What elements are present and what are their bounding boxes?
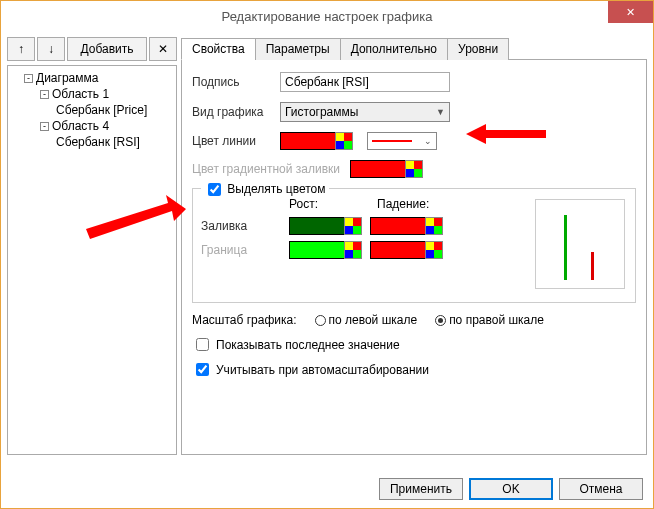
window-title: Редактирование настроек графика [222,9,433,24]
tab-content: Подпись Вид графика Гистограммы ▼ Цвет л… [181,60,647,455]
close-button[interactable]: ✕ [608,1,653,23]
color-picker-icon[interactable] [425,217,443,235]
color-picker-icon[interactable] [344,217,362,235]
tab-properties[interactable]: Свойства [181,38,256,60]
border-label: Граница [201,243,281,257]
move-down-button[interactable]: ↓ [37,37,65,61]
chart-type-combo[interactable]: Гистограммы ▼ [280,102,450,122]
line-color-label: Цвет линии [192,134,272,148]
border-down-swatch[interactable] [370,241,426,259]
highlight-checkbox[interactable] [208,183,221,196]
fall-label: Падение: [377,197,429,211]
chevron-down-icon: ⌄ [424,136,432,146]
dialog-window: Редактирование настроек графика ✕ ↑ ↓ До… [0,0,654,509]
color-picker-icon[interactable] [344,241,362,259]
growth-label: Рост: [289,197,369,211]
fill-up-swatch[interactable] [289,217,345,235]
color-picker-icon[interactable] [405,160,423,178]
ok-button[interactable]: OK [469,478,553,500]
move-up-button[interactable]: ↑ [7,37,35,61]
tab-additional[interactable]: Дополнительно [340,38,448,60]
gradient-color-swatch[interactable] [350,160,406,178]
color-picker-icon[interactable] [335,132,353,150]
color-picker-icon[interactable] [425,241,443,259]
highlight-group: Выделять цветом Рост: Падение: Заливка [192,188,636,303]
scale-left-radio[interactable]: по левой шкале [315,313,418,327]
tab-parameters[interactable]: Параметры [255,38,341,60]
expand-icon[interactable]: - [24,74,33,83]
add-button[interactable]: Добавить [67,37,147,61]
line-color-swatch[interactable] [280,132,336,150]
chevron-down-icon: ▼ [436,107,445,117]
apply-button[interactable]: Применить [379,478,463,500]
cancel-button[interactable]: Отмена [559,478,643,500]
scale-label: Масштаб графика: [192,313,297,327]
fill-label: Заливка [201,219,281,233]
highlight-label: Выделять цветом [227,182,325,196]
tab-levels[interactable]: Уровни [447,38,509,60]
tab-bar: Свойства Параметры Дополнительно Уровни [181,37,647,60]
line-sample-icon [372,140,412,142]
caption-input[interactable] [280,72,450,92]
caption-label: Подпись [192,75,272,89]
preview-bar-down [591,252,594,280]
show-last-checkbox[interactable] [196,338,209,351]
scale-right-radio[interactable]: по правой шкале [435,313,544,327]
preview-bar-up [564,215,567,280]
chart-preview [535,199,625,289]
show-last-label: Показывать последнее значение [216,338,400,352]
expand-icon[interactable]: - [40,122,49,131]
tree-area[interactable]: -Область 4 [10,118,174,134]
gradient-label: Цвет градиентной заливки [192,162,342,176]
chart-type-label: Вид графика [192,105,272,119]
delete-button[interactable]: ✕ [149,37,177,61]
tree-area[interactable]: -Область 1 [10,86,174,102]
expand-icon[interactable]: - [40,90,49,99]
autoscale-label: Учитывать при автомасштабировании [216,363,429,377]
fill-down-swatch[interactable] [370,217,426,235]
autoscale-checkbox[interactable] [196,363,209,376]
line-style-combo[interactable]: ⌄ [367,132,437,150]
dialog-buttons: Применить OK Отмена [379,478,643,500]
tree-toolbar: ↑ ↓ Добавить ✕ [7,37,177,61]
tree-item[interactable]: Сбербанк [Price] [10,102,174,118]
tree-root[interactable]: -Диаграмма [10,70,174,86]
titlebar: Редактирование настроек графика ✕ [1,1,653,31]
border-up-swatch[interactable] [289,241,345,259]
tree-item[interactable]: Сбербанк [RSI] [10,134,174,150]
diagram-tree[interactable]: -Диаграмма -Область 1 Сбербанк [Price] -… [7,65,177,455]
